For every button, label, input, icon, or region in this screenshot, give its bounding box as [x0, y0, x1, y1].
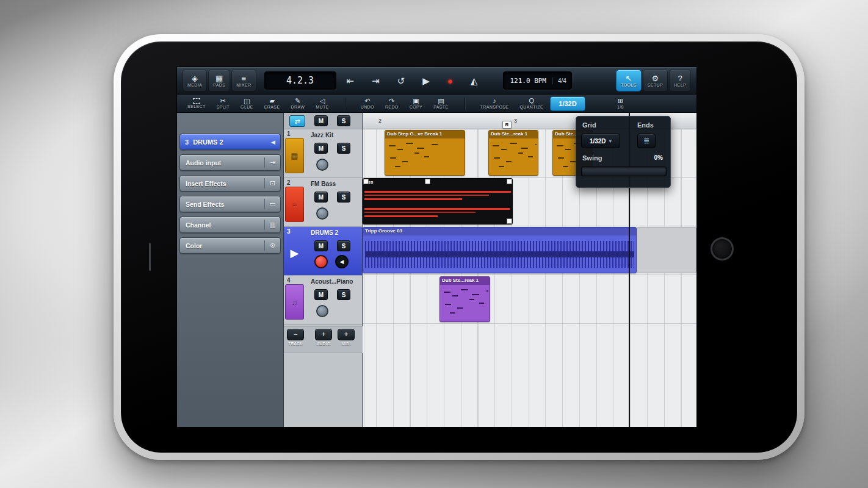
redo-button[interactable]: ↷ REDO: [380, 96, 403, 112]
swing-label: Swing: [582, 154, 602, 162]
paste-button[interactable]: ▤ PASTE: [429, 96, 453, 112]
home-button[interactable]: [711, 237, 734, 260]
lane-separator: [363, 274, 696, 275]
lane-separator: [363, 226, 696, 226]
ends-section-label: Ends: [637, 121, 654, 129]
undo-icon: ↶: [364, 98, 370, 104]
transpose-button[interactable]: ♪ TRANSPOSE: [476, 96, 514, 112]
track-solo-button[interactable]: S: [337, 143, 350, 154]
inspector-item-send-effects[interactable]: Send Effects ▭: [179, 196, 281, 212]
track-solo-button[interactable]: S: [337, 289, 350, 300]
record-button[interactable]: ●: [441, 70, 460, 92]
select-tool-button[interactable]: SELECT: [183, 96, 211, 112]
track-mute-button[interactable]: M: [314, 192, 328, 203]
select-label: SELECT: [187, 104, 206, 109]
insert-effects-icon: ⊡: [264, 178, 280, 188]
quantize-value-button[interactable]: 1/32D: [550, 96, 585, 111]
eraser-icon: ▰: [269, 98, 274, 104]
drum-pads-glyph: ▦: [291, 151, 298, 160]
monitor-button[interactable]: ◀: [335, 255, 349, 268]
transpose-icon: ♪: [493, 98, 496, 104]
track-mute-button[interactable]: M: [314, 240, 328, 251]
song-position-value: 4.2.3: [286, 75, 314, 86]
quantize-button[interactable]: Q QUANTIZE: [515, 96, 548, 112]
pads-button[interactable]: ▦ PADS: [208, 70, 230, 92]
grid-icon: ⊞: [618, 98, 623, 104]
undo-button[interactable]: ↶ UNDO: [356, 96, 379, 112]
studio-background: ◈ MEDIA ▦ PADS ≡ MIXER 4.2.3: [0, 0, 868, 488]
clip-resize-handle[interactable]: [507, 218, 512, 224]
piano-icon[interactable]: ♫: [285, 284, 304, 320]
copy-button[interactable]: ▣ COPY: [405, 96, 427, 112]
track-knob-button[interactable]: [316, 305, 328, 317]
empty-clip-region[interactable]: [637, 227, 696, 273]
audio-clip-tripp-groove[interactable]: Tripp Groove 03: [363, 227, 637, 273]
global-mute-button[interactable]: M: [314, 115, 328, 126]
speaker-mute-icon: ◁: [320, 98, 325, 104]
split-tool-button[interactable]: ✂ SPLIT: [212, 96, 234, 112]
track-row-jazz-kit[interactable]: 1 ▦ Jazz Kit M S: [284, 129, 362, 178]
play-button[interactable]: ▶: [416, 70, 436, 92]
track-knob-button[interactable]: [316, 207, 328, 220]
play-triangle-icon[interactable]: ▶: [285, 235, 304, 271]
grid-value-dropdown[interactable]: 1/32D ▾: [581, 134, 620, 148]
tablet-device: ◈ MEDIA ▦ PADS ≡ MIXER 4.2.3: [114, 34, 805, 460]
inspector-item-insert-effects[interactable]: Insert Effects ⊡: [179, 175, 281, 192]
clip-resize-handle[interactable]: [425, 179, 430, 184]
track-row-acoustic-piano[interactable]: 4 ♫ Acoust...Piano M S: [284, 276, 362, 325]
tools-button[interactable]: ↖ TOOLS: [616, 70, 642, 92]
grid-resolution-button[interactable]: ⊞ 1/8: [612, 96, 629, 112]
mixer-button[interactable]: ≡ MIXER: [231, 70, 256, 92]
inspector-item-color[interactable]: Color ⊛: [179, 237, 281, 254]
synth-bass-icon[interactable]: ≈: [285, 187, 304, 222]
inspector-item-audio-input[interactable]: Audio input ⇥: [179, 154, 281, 171]
selected-track-name: DRUMS 2: [193, 138, 271, 146]
drum-pads-icon[interactable]: ▦: [285, 138, 304, 173]
track-row-drums2-selected[interactable]: 3 ▶ DRUMS 2 M S ◀: [284, 227, 362, 276]
erase-tool-button[interactable]: ▰ ERASE: [259, 96, 285, 112]
clip-resize-handle[interactable]: [363, 179, 369, 184]
tempo-display[interactable]: 121.0 BPM 4/4: [503, 71, 572, 90]
add-midi-track-button[interactable]: +: [338, 329, 355, 340]
draw-label: DRAW: [291, 105, 305, 109]
song-position-display[interactable]: 4.2.3: [264, 71, 336, 90]
metronome-button[interactable]: ◭: [464, 70, 485, 92]
add-audio-track-button[interactable]: +: [315, 329, 332, 340]
mixer-icon: ≡: [242, 74, 247, 82]
track-number: 4: [287, 277, 291, 284]
auto-scroll-button[interactable]: ⇄: [289, 115, 305, 127]
track-mute-button[interactable]: M: [314, 143, 328, 154]
media-button[interactable]: ◈ MEDIA: [183, 70, 207, 92]
setup-button[interactable]: ⚙ SETUP: [643, 70, 668, 92]
swing-slider[interactable]: [581, 167, 667, 176]
record-arm-button[interactable]: [314, 255, 328, 268]
clip-resize-handle[interactable]: [507, 179, 512, 184]
midi-clip-dubstep-break[interactable]: Dub Ste...reak 1: [488, 130, 538, 176]
track-row-fm-bass[interactable]: 2 ≈ FM Bass M S: [284, 178, 362, 227]
midi-clip-dubstep-break[interactable]: Dub Step G...ve Break 1: [385, 130, 465, 176]
skip-forward-icon: ⇥: [372, 77, 380, 85]
track-solo-button[interactable]: S: [337, 192, 350, 203]
midi-clip-piano-break[interactable]: Dub Ste...reak 1: [439, 276, 490, 322]
draw-tool-button[interactable]: ✎ DRAW: [286, 96, 310, 112]
cycle-button[interactable]: ↺: [391, 70, 412, 92]
right-locator-marker[interactable]: R: [502, 121, 512, 129]
selected-track-header[interactable]: 3 DRUMS 2 ◀: [179, 134, 281, 150]
track-knob-button[interactable]: [316, 159, 328, 171]
audio-clip-fm-bass[interactable]: ass: [363, 178, 513, 224]
mute-tool-button[interactable]: ◁ MUTE: [311, 96, 333, 112]
track-solo-button[interactable]: S: [337, 240, 350, 251]
global-solo-button[interactable]: S: [337, 115, 350, 126]
add-midi-track-label: MIDI: [342, 342, 351, 346]
inspector-item-channel[interactable]: Channel ▥: [179, 217, 281, 233]
track-mute-button[interactable]: M: [314, 289, 328, 300]
skip-back-button[interactable]: ⇤: [340, 70, 361, 92]
delete-track-button[interactable]: −: [287, 329, 304, 340]
inspector-panel: 3 DRUMS 2 ◀ Audio input ⇥ Insert Effects…: [177, 113, 284, 427]
help-button[interactable]: ? HELP: [669, 70, 691, 92]
audio-input-label: Audio input: [186, 159, 264, 167]
glue-tool-button[interactable]: ◫ GLUE: [236, 96, 258, 112]
skip-forward-button[interactable]: ⇥: [365, 70, 386, 92]
scissors-icon: ✂: [220, 98, 226, 104]
ends-button[interactable]: ≣: [637, 134, 656, 148]
